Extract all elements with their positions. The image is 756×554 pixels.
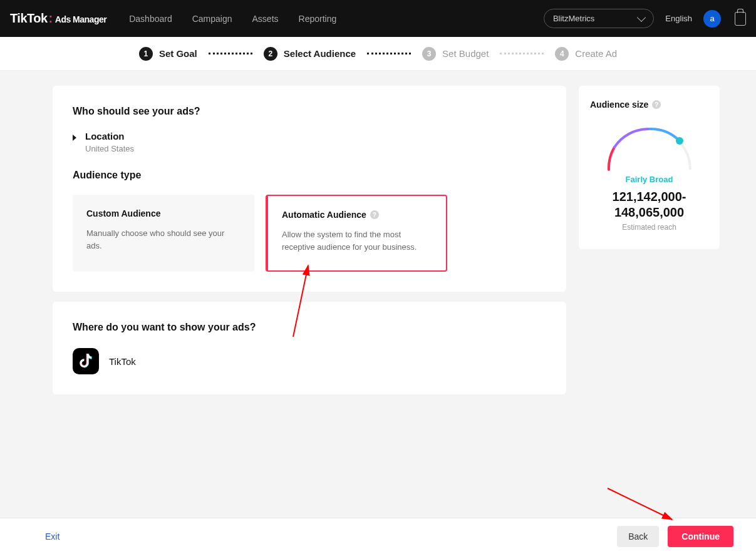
step-connector xyxy=(500,53,544,54)
chevron-down-icon xyxy=(637,13,646,21)
audience-option-desc: Manually choose who should see your ads. xyxy=(86,227,241,252)
audience-size-level: Fairly Broad xyxy=(590,175,708,184)
step-label: Set Goal xyxy=(159,48,197,59)
footer-bar: Exit Back Continue xyxy=(0,518,756,554)
nav-campaign[interactable]: Campaign xyxy=(192,14,232,24)
placement-label: TikTok xyxy=(109,356,136,367)
step-set-goal[interactable]: 1 Set Goal xyxy=(139,47,197,61)
gauge xyxy=(590,121,708,171)
audience-type-label: Audience type xyxy=(73,170,546,181)
step-label: Create Ad xyxy=(575,48,617,59)
back-button[interactable]: Back xyxy=(617,526,659,547)
audience-card: Who should see your ads? Location United… xyxy=(53,86,566,292)
logo[interactable]: TikTok : Ads Manager xyxy=(10,11,106,26)
step-connector xyxy=(209,53,252,54)
avatar[interactable]: a xyxy=(703,10,721,28)
placements-card: Where do you want to show your ads? TikT… xyxy=(53,302,566,394)
account-name: BlitzMetrics xyxy=(553,14,594,23)
audience-title: Who should see your ads? xyxy=(73,106,546,117)
audience-size-range: 121,142,000-148,065,000 xyxy=(590,189,708,220)
right-column: Audience size ? Fairly Broad 121,142,000… xyxy=(579,86,720,394)
audience-type-grid: Custom Audience Manually choose who shou… xyxy=(73,195,546,272)
tiktok-icon xyxy=(73,348,99,374)
exit-link[interactable]: Exit xyxy=(45,531,60,541)
help-icon[interactable]: ? xyxy=(652,100,661,109)
placements-title: Where do you want to show your ads? xyxy=(73,322,546,333)
top-bar-right: BlitzMetrics English a xyxy=(544,9,746,28)
caret-right-icon xyxy=(73,135,76,141)
left-column: Who should see your ads? Location United… xyxy=(53,86,566,394)
step-create-ad[interactable]: 4 Create Ad xyxy=(555,47,617,61)
step-number: 1 xyxy=(139,47,153,61)
logo-main: TikTok xyxy=(10,11,48,26)
step-number: 4 xyxy=(555,47,569,61)
svg-point-0 xyxy=(676,137,683,145)
location-value: United States xyxy=(85,144,134,153)
account-selector[interactable]: BlitzMetrics xyxy=(544,9,654,28)
step-select-audience[interactable]: 2 Select Audience xyxy=(264,47,356,61)
step-connector xyxy=(367,53,411,54)
audience-option-automatic[interactable]: Automatic Audience ? Allow the system to… xyxy=(266,195,447,272)
audience-option-desc: Allow the system to find the most recept… xyxy=(282,228,432,253)
step-label: Select Audience xyxy=(284,48,356,59)
avatar-initial: a xyxy=(710,14,714,23)
logo-colon: : xyxy=(49,11,53,26)
step-label: Set Budget xyxy=(442,48,489,59)
stepper: 1 Set Goal 2 Select Audience 3 Set Budge… xyxy=(0,37,756,71)
placement-tiktok[interactable]: TikTok xyxy=(73,348,546,374)
main-content: Who should see your ads? Location United… xyxy=(0,71,756,409)
help-icon[interactable]: ? xyxy=(370,210,379,219)
audience-option-custom[interactable]: Custom Audience Manually choose who shou… xyxy=(73,195,254,272)
step-set-budget[interactable]: 3 Set Budget xyxy=(422,47,489,61)
audience-option-title: Automatic Audience xyxy=(282,210,366,220)
step-number: 3 xyxy=(422,47,436,61)
audience-option-title: Custom Audience xyxy=(86,208,241,218)
location-row[interactable]: Location United States xyxy=(73,131,546,153)
nav-assets[interactable]: Assets xyxy=(252,14,279,24)
nav-dashboard[interactable]: Dashboard xyxy=(129,14,172,24)
clipboard-icon[interactable] xyxy=(735,12,746,26)
language-selector[interactable]: English xyxy=(665,14,692,23)
audience-size-card: Audience size ? Fairly Broad 121,142,000… xyxy=(579,86,720,249)
location-label: Location xyxy=(85,131,134,141)
top-bar: TikTok : Ads Manager Dashboard Campaign … xyxy=(0,0,756,37)
audience-size-estimated: Estimated reach xyxy=(590,223,708,232)
svg-line-2 xyxy=(608,488,672,520)
audience-size-title: Audience size xyxy=(590,100,648,110)
continue-button[interactable]: Continue xyxy=(668,526,733,547)
top-nav: Dashboard Campaign Assets Reporting xyxy=(129,14,336,24)
step-number: 2 xyxy=(264,47,277,61)
nav-reporting[interactable]: Reporting xyxy=(299,14,337,24)
logo-sub: Ads Manager xyxy=(55,14,106,24)
